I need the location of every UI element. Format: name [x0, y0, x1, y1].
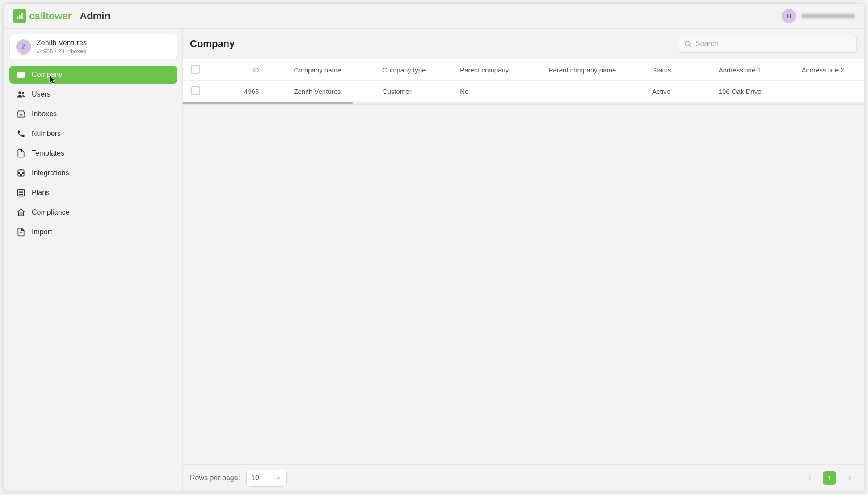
col-header-parentname[interactable]: Parent company name — [540, 59, 644, 81]
sidebar-item-label: Numbers — [32, 130, 61, 138]
puzzle-icon — [17, 169, 25, 178]
company-name: Zenith Ventures — [37, 39, 87, 47]
rows-per-page-select[interactable]: 10 — [246, 470, 287, 487]
sidebar-item-label: Compliance — [32, 208, 69, 216]
col-header-name[interactable]: Company name — [286, 59, 374, 81]
company-meta: #4965 • 24 inboxes — [37, 48, 87, 55]
sidebar-item-integrations[interactable]: Integrations — [9, 164, 177, 182]
pager-next-button[interactable] — [843, 471, 857, 485]
pager-prev-button[interactable] — [802, 471, 817, 485]
cell-id: 4965 — [214, 81, 286, 102]
pager: 1 — [802, 471, 857, 485]
rows-per-page-label: Rows per page: — [190, 474, 240, 482]
sidebar-item-label: Templates — [32, 149, 64, 157]
sidebar-item-label: Users — [32, 90, 51, 98]
chevron-left-icon — [806, 474, 813, 482]
col-header-parent[interactable]: Parent company — [452, 59, 540, 81]
company-avatar: Z — [16, 39, 31, 55]
sidebar-item-compliance[interactable]: Compliance — [9, 203, 177, 221]
logo-icon — [13, 9, 26, 23]
scrollbar-thumb[interactable] — [183, 102, 353, 104]
svg-line-11 — [689, 45, 691, 47]
phone-icon — [17, 129, 25, 138]
page-title: Company — [190, 38, 235, 50]
svg-rect-2 — [21, 13, 23, 19]
brand-logo[interactable]: calltower — [13, 9, 72, 23]
cell-name: Zenith Ventures — [286, 81, 374, 102]
svg-point-4 — [22, 92, 24, 94]
chevron-down-icon — [275, 475, 282, 481]
select-all-checkbox[interactable] — [191, 65, 200, 74]
brand-name: calltower — [29, 10, 72, 22]
search-icon — [684, 40, 692, 48]
section-label: Admin — [80, 10, 110, 22]
pager-page-current[interactable]: 1 — [823, 471, 836, 485]
file-icon — [17, 149, 25, 158]
bank-icon — [17, 208, 25, 217]
sidebar-item-import[interactable]: Import — [9, 223, 177, 241]
sidebar-item-plans[interactable]: Plans — [9, 184, 177, 202]
search-input[interactable] — [695, 40, 851, 48]
sidebar-item-company[interactable]: Company — [9, 66, 177, 84]
inbox-icon — [17, 110, 25, 118]
cell-parentname — [540, 81, 644, 102]
content-area: Company ID Company name — [183, 29, 864, 491]
sidebar-item-templates[interactable]: Templates — [9, 144, 177, 162]
sidebar-item-label: Inboxes — [32, 110, 57, 118]
sidebar-item-numbers[interactable]: Numbers — [9, 125, 177, 143]
sidebar-item-label: Company — [32, 71, 62, 79]
table-row[interactable]: 4965 Zenith Ventures Customer No Active … — [183, 81, 864, 102]
cell-status: Active — [644, 81, 711, 102]
rows-per-page-value: 10 — [251, 474, 259, 482]
horizontal-scrollbar[interactable] — [183, 102, 864, 104]
top-header: calltower Admin H — [4, 4, 864, 29]
chevron-right-icon — [846, 474, 853, 482]
company-card[interactable]: Z Zenith Ventures #4965 • 24 inboxes — [9, 34, 177, 59]
table-wrapper: ID Company name Company type Parent comp… — [183, 59, 864, 105]
svg-point-3 — [18, 91, 21, 94]
cell-type: Customer — [375, 81, 452, 102]
col-header-addr1[interactable]: Address line 1 — [711, 59, 794, 81]
nav-list: Company Users Inboxes Numbers Templates — [9, 66, 177, 241]
people-icon — [17, 90, 25, 99]
col-header-addr2[interactable]: Address line 2 — [793, 59, 864, 81]
company-table: ID Company name Company type Parent comp… — [183, 59, 864, 102]
avatar[interactable]: H — [782, 9, 796, 23]
col-header-status[interactable]: Status — [644, 59, 711, 81]
folder-icon — [17, 70, 25, 79]
cell-parent: No — [452, 81, 540, 102]
col-header-id[interactable]: ID — [214, 59, 286, 81]
sidebar-item-label: Integrations — [32, 169, 69, 177]
svg-point-10 — [685, 41, 690, 46]
sidebar-item-label: Plans — [32, 189, 50, 197]
svg-rect-1 — [19, 15, 21, 19]
list-icon — [17, 188, 25, 197]
sidebar-item-inboxes[interactable]: Inboxes — [9, 105, 177, 123]
table-footer: Rows per page: 10 1 — [183, 464, 864, 491]
row-checkbox[interactable] — [191, 86, 200, 95]
user-name-obscured — [801, 14, 855, 18]
cell-addr2 — [793, 81, 864, 102]
sidebar-item-label: Import — [32, 228, 52, 236]
cell-addr1: 196 Oak Drive — [711, 81, 794, 102]
upload-icon — [17, 228, 25, 237]
search-box[interactable] — [678, 35, 857, 53]
svg-rect-0 — [17, 17, 18, 19]
sidebar-item-users[interactable]: Users — [9, 85, 177, 103]
sidebar: Z Zenith Ventures #4965 • 24 inboxes Com… — [4, 29, 183, 491]
col-header-type[interactable]: Company type — [375, 59, 452, 81]
